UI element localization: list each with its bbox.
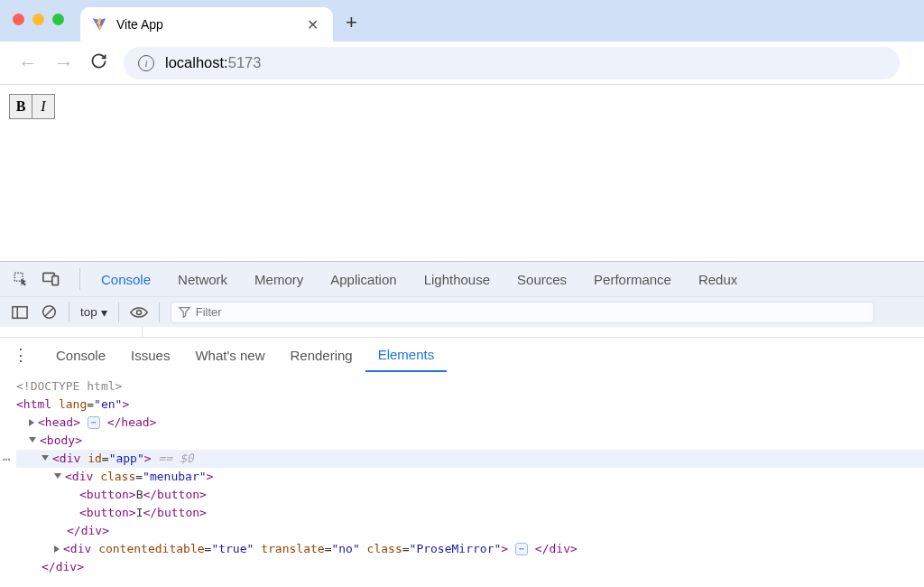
svg-rect-3 <box>13 306 27 318</box>
divider <box>69 303 69 322</box>
console-toolbar: top ▾ <box>0 296 924 327</box>
drawer-tab-what-s-new[interactable]: What's new <box>182 338 277 372</box>
drawer-tab-issues[interactable]: Issues <box>118 338 182 372</box>
menubar-close-node[interactable]: </div> <box>16 522 924 540</box>
filter-icon <box>179 306 190 318</box>
window-minimize-button[interactable] <box>32 14 44 25</box>
devtools-panel: ConsoleNetworkMemoryApplicationLighthous… <box>0 261 924 582</box>
editor-menubar: B I <box>9 94 915 119</box>
devtools-tab-memory[interactable]: Memory <box>241 262 317 296</box>
app-close-node[interactable]: </div> <box>16 558 924 576</box>
drawer-tab-console[interactable]: Console <box>43 338 118 372</box>
devtools-tab-network[interactable]: Network <box>164 262 241 296</box>
devtools-tab-performance[interactable]: Performance <box>580 262 685 296</box>
reload-button[interactable] <box>90 52 107 74</box>
devtools-tab-application[interactable]: Application <box>317 262 410 296</box>
body-node[interactable]: <body> <box>16 432 924 450</box>
devtools-drawer-tabs: ⋮ ConsoleIssuesWhat's newRenderingElemen… <box>0 338 924 372</box>
url-text: localhost:5173 <box>165 54 261 71</box>
nav-back-button[interactable]: ← <box>18 51 38 75</box>
app-div-node[interactable]: ⋯<div id="app"> == $0 <box>16 450 924 468</box>
bold-button[interactable]: B <box>9 94 32 119</box>
toggle-sidebar-icon[interactable] <box>11 303 29 321</box>
devtools-tab-sources[interactable]: Sources <box>504 262 580 296</box>
address-bar: ← → i localhost:5173 <box>0 42 924 85</box>
tab-title: Vite App <box>116 17 294 32</box>
live-expression-icon[interactable] <box>130 303 148 321</box>
head-node[interactable]: <head> ⋯ </head> <box>16 414 924 432</box>
devtools-tab-lighthouse[interactable]: Lighthouse <box>411 262 504 296</box>
devtools-tab-redux[interactable]: Redux <box>685 262 751 296</box>
filter-input[interactable] <box>196 305 866 319</box>
svg-point-7 <box>136 310 141 314</box>
italic-button[interactable]: I <box>32 94 55 119</box>
html-node[interactable]: <html lang="en"> <box>16 396 924 414</box>
window-close-button[interactable] <box>13 14 24 25</box>
svg-line-6 <box>45 308 53 316</box>
prosemirror-node[interactable]: <div contenteditable="true" translate="n… <box>16 540 924 558</box>
inspect-element-icon[interactable] <box>11 269 31 289</box>
tab-close-icon[interactable]: ✕ <box>303 16 322 33</box>
new-tab-button[interactable]: + <box>346 11 357 34</box>
clear-console-icon[interactable] <box>40 303 58 321</box>
console-filter[interactable] <box>171 302 874 323</box>
elements-tree[interactable]: <!DOCTYPE html> <html lang="en"> <head> … <box>0 372 924 582</box>
device-toolbar-icon[interactable] <box>42 269 61 289</box>
svg-rect-2 <box>52 276 59 285</box>
divider <box>79 268 80 290</box>
browser-tab[interactable]: Vite App ✕ <box>80 7 333 42</box>
devtools-tab-bar: ConsoleNetworkMemoryApplicationLighthous… <box>0 262 924 296</box>
button-i-node[interactable]: <button>I</button> <box>16 504 924 522</box>
divider <box>159 303 160 322</box>
divider <box>118 303 119 322</box>
devtools-tab-console[interactable]: Console <box>88 262 164 296</box>
menubar-div-node[interactable]: <div class="menubar"> <box>16 468 924 486</box>
button-b-node[interactable]: <button>B</button> <box>16 486 924 504</box>
drawer-tab-elements[interactable]: Elements <box>365 338 448 372</box>
site-info-icon[interactable]: i <box>138 55 154 71</box>
chevron-down-icon: ▾ <box>101 305 107 320</box>
drawer-tab-rendering[interactable]: Rendering <box>277 338 365 372</box>
page-viewport: B I <box>0 85 924 261</box>
vite-favicon-icon <box>91 16 107 33</box>
more-tabs-icon[interactable]: ⋮ <box>13 345 29 365</box>
window-zoom-button[interactable] <box>52 14 64 25</box>
execution-context-selector[interactable]: top ▾ <box>80 305 107 320</box>
browser-tab-strip: Vite App ✕ + <box>0 0 924 42</box>
url-field[interactable]: i localhost:5173 <box>124 47 900 79</box>
doctype-node[interactable]: <!DOCTYPE html> <box>16 377 924 396</box>
console-body <box>0 327 924 338</box>
nav-forward-button[interactable]: → <box>54 51 74 75</box>
traffic-lights <box>13 14 64 25</box>
